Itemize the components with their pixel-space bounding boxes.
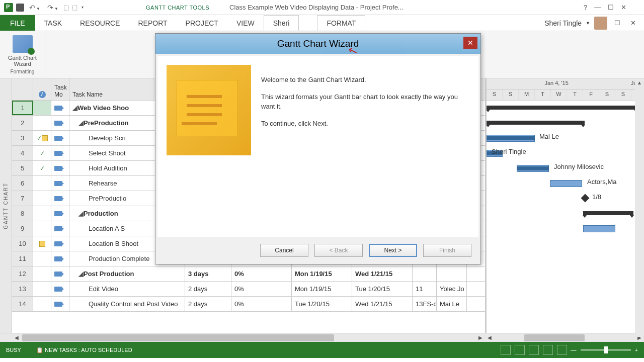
cell-id[interactable]: 11 — [12, 251, 33, 266]
dialog-titlebar[interactable]: Gantt Chart Wizard ✕ — [155, 34, 480, 54]
gantt-wizard-button[interactable]: Gantt Chart Wizard — [0, 55, 45, 67]
cell-id[interactable]: 3 — [12, 131, 33, 145]
col-id[interactable] — [12, 78, 33, 100]
cell-finish[interactable]: Tue 1/20/15 — [352, 282, 413, 296]
cell-indicator[interactable] — [33, 176, 51, 191]
tab-view[interactable]: VIEW — [227, 15, 264, 31]
cell-indicator[interactable]: ✓ — [33, 161, 51, 175]
cell-indicator[interactable] — [33, 297, 51, 311]
summary-bar[interactable] — [487, 106, 637, 110]
tab-task[interactable]: TASK — [35, 15, 71, 31]
cell-pred[interactable]: 11 — [413, 282, 437, 296]
cell-percent[interactable]: 0% — [231, 282, 292, 296]
cell-id[interactable]: 5 — [12, 161, 33, 175]
gantt-bars-area[interactable]: Mai Le Sheri Tingle Johnny Milosevic Act… — [487, 101, 644, 236]
summary-bar[interactable] — [487, 121, 585, 125]
cell-indicator[interactable] — [33, 236, 51, 251]
cell-mode[interactable] — [51, 101, 69, 115]
scroll-left-icon[interactable]: ◀ — [485, 333, 494, 342]
cell-mode[interactable] — [51, 161, 69, 175]
cell-indicator[interactable] — [33, 221, 51, 236]
cell-id[interactable]: 4 — [12, 146, 33, 160]
cell-res[interactable]: Mai Le — [437, 297, 467, 311]
cell-id[interactable]: 10 — [12, 236, 33, 251]
view-shortcut-4-icon[interactable] — [543, 345, 553, 355]
cell-mode[interactable] — [51, 282, 69, 296]
vertical-scrollbar[interactable]: ▲ — [635, 78, 644, 337]
cell-id[interactable]: 12 — [12, 266, 33, 281]
qat-icon-1[interactable]: ⬚ — [63, 4, 69, 11]
cell-indicator[interactable] — [33, 282, 51, 296]
dialog-close-button[interactable]: ✕ — [463, 37, 477, 49]
zoom-in-icon[interactable]: + — [635, 347, 638, 353]
cell-res[interactable] — [437, 266, 467, 281]
cell-name[interactable]: Quality Control and Post Video — [69, 297, 185, 311]
gantt-wizard-icon[interactable] — [13, 35, 33, 53]
cancel-button[interactable]: Cancel — [260, 244, 308, 257]
cell-name[interactable]: ◢ Post Production — [69, 266, 185, 281]
cell-mode[interactable] — [51, 146, 69, 160]
qat-icon-2[interactable]: ⬚ — [72, 4, 77, 11]
cell-pred[interactable] — [413, 266, 437, 281]
cell-res[interactable]: Yolec Jo — [437, 282, 467, 296]
redo-icon[interactable]: ↷▼ — [45, 4, 60, 12]
close-icon[interactable]: ✕ — [621, 4, 626, 11]
cell-duration[interactable]: 2 days — [185, 297, 231, 311]
cell-mode[interactable] — [51, 221, 69, 236]
cell-name[interactable]: Edit Video — [69, 282, 185, 296]
cell-mode[interactable] — [51, 236, 69, 251]
finish-button[interactable]: Finish — [423, 244, 471, 257]
cell-id[interactable]: 14 — [12, 297, 33, 311]
scroll-left-icon[interactable]: ◀ — [12, 333, 21, 342]
cell-mode[interactable] — [51, 251, 69, 266]
cell-start[interactable]: Mon 1/19/15 — [292, 266, 352, 281]
table-row[interactable]: 14 Quality Control and Post Video2 days0… — [12, 297, 485, 312]
next-button[interactable]: Next > — [369, 244, 417, 257]
cell-indicator[interactable] — [33, 101, 51, 115]
cell-id[interactable]: 9 — [12, 221, 33, 236]
cell-mode[interactable] — [51, 191, 69, 206]
qat-customize-icon[interactable]: ▾ — [80, 5, 84, 10]
cell-id[interactable]: 6 — [12, 176, 33, 191]
tab-file[interactable]: FILE — [0, 15, 35, 31]
cell-indicator[interactable]: ✓ — [33, 131, 51, 145]
window-close-icon[interactable]: ✕ — [627, 19, 639, 27]
table-hscroll[interactable]: ◀ ▶ — [12, 333, 485, 342]
summary-bar[interactable] — [583, 211, 633, 215]
ribbon-collapse-icon[interactable]: ☐ — [611, 19, 623, 27]
back-button[interactable]: < Back — [314, 244, 363, 257]
tab-resource[interactable]: RESOURCE — [71, 15, 129, 31]
minimize-icon[interactable]: — — [594, 4, 601, 11]
cell-id[interactable]: 2 — [12, 116, 33, 130]
user-area[interactable]: Sheri Tingle ▼ ☐ ✕ — [544, 15, 644, 31]
gantt-hscroll[interactable]: ◀ ▶ — [485, 333, 644, 342]
undo-icon[interactable]: ↶▼ — [27, 4, 42, 12]
cell-id[interactable]: 1 — [12, 101, 33, 115]
cell-start[interactable]: Mon 1/19/15 — [292, 282, 352, 296]
cell-percent[interactable]: 0% — [231, 266, 292, 281]
cell-indicator[interactable]: ✓ — [33, 146, 51, 160]
view-bar[interactable]: GANTT CHART — [0, 78, 12, 333]
cell-mode[interactable] — [51, 266, 69, 281]
tab-sheri[interactable]: Sheri — [264, 15, 299, 31]
table-row[interactable]: 12◢ Post Production3 days0%Mon 1/19/15We… — [12, 266, 485, 282]
maximize-icon[interactable]: ☐ — [608, 4, 614, 11]
tab-report[interactable]: REPORT — [129, 15, 176, 31]
cell-start[interactable]: Tue 1/20/15 — [292, 297, 352, 311]
save-icon[interactable] — [16, 4, 24, 12]
view-shortcut-5-icon[interactable] — [557, 345, 567, 355]
tab-format[interactable]: FORMAT — [317, 15, 365, 31]
cell-finish[interactable]: Wed 1/21/15 — [352, 297, 413, 311]
cell-mode[interactable] — [51, 116, 69, 130]
tab-project[interactable]: PROJECT — [177, 15, 227, 31]
scroll-up-icon[interactable]: ▲ — [635, 78, 644, 87]
view-shortcut-2-icon[interactable] — [515, 345, 525, 355]
help-icon[interactable]: ? — [584, 4, 587, 11]
cell-mode[interactable] — [51, 297, 69, 311]
cell-mode[interactable] — [51, 176, 69, 191]
table-row[interactable]: 13 Edit Video2 days0%Mon 1/19/15Tue 1/20… — [12, 282, 485, 297]
cell-indicator[interactable] — [33, 116, 51, 130]
cell-indicator[interactable] — [33, 251, 51, 266]
cell-indicator[interactable] — [33, 206, 51, 221]
col-task-mode[interactable]: Task Mo — [51, 78, 69, 100]
